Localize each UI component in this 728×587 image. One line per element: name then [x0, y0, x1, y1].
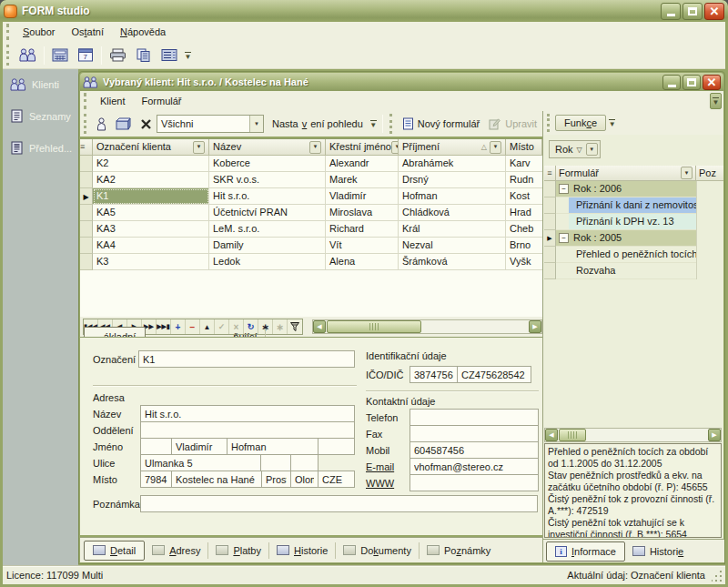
titul-pred-field[interactable]	[140, 438, 172, 455]
tab-adresy[interactable]: Adresy	[145, 542, 208, 559]
column-header-prijmeni[interactable]: Příjmení △ ▼	[399, 139, 506, 156]
tree-group-row[interactable]: ▶ − Rok : 2005	[544, 230, 723, 247]
cell[interactable]: K2	[93, 156, 209, 172]
menubar-overflow-button[interactable]: ▼	[710, 93, 722, 109]
column-filter-button[interactable]: ▼	[309, 141, 321, 154]
cell[interactable]: LeM. s.r.o.	[209, 221, 326, 238]
cell[interactable]: Brno	[506, 238, 542, 254]
cell[interactable]: Hrad	[506, 205, 542, 221]
clients-toolbar-button[interactable]	[15, 46, 41, 64]
scroll-thumb[interactable]	[327, 320, 421, 333]
oznaceni-field[interactable]	[138, 350, 355, 368]
grid-corner-icon[interactable]: ≡	[80, 139, 93, 156]
psc-field[interactable]	[140, 471, 172, 488]
okres-field[interactable]	[261, 471, 291, 488]
grid-horizontal-scrollbar[interactable]: ◀ ▶	[312, 319, 542, 334]
filter-combobox[interactable]: Všichni ▼	[157, 115, 264, 133]
archive-button[interactable]	[111, 116, 136, 132]
client-maximize-button[interactable]	[682, 75, 701, 90]
tab-informace[interactable]: i Informace	[546, 541, 625, 562]
cell[interactable]: Hit s.r.o.	[209, 188, 326, 205]
cell[interactable]: Chládková	[399, 205, 506, 221]
prijmeni-field[interactable]	[227, 438, 318, 455]
tab-poznamky[interactable]: Poznámky	[420, 542, 498, 559]
tree-item-row-selected[interactable]: Přiznání k dani z nemovitostí vz	[544, 197, 723, 214]
cell[interactable]: Alexandr	[326, 156, 399, 172]
menu-klient[interactable]: Klient	[92, 93, 134, 109]
tab-historie[interactable]: Historie	[269, 542, 336, 559]
dic-field[interactable]	[457, 366, 531, 383]
sidebar-item-seznamy[interactable]: Seznamy	[3, 100, 78, 132]
cell[interactable]: Vyšk	[506, 254, 542, 270]
cell[interactable]: Abrahámek	[399, 156, 506, 172]
poznamka-field[interactable]	[140, 495, 538, 512]
forms-horizontal-scrollbar[interactable]: ◀ ▶	[544, 428, 722, 442]
sidebar-item-klienti[interactable]: Klienti	[3, 69, 78, 100]
funkce-button[interactable]: Funkce	[555, 115, 606, 131]
maximize-button[interactable]	[682, 3, 703, 20]
cell[interactable]: Vít	[326, 238, 399, 254]
ulice2-field[interactable]	[260, 454, 291, 471]
grid-row[interactable]: KA2 SKR v.o.s. Marek Drsný Rudn	[80, 172, 542, 188]
cell[interactable]: KA4	[93, 238, 209, 254]
kraj-field[interactable]	[290, 471, 318, 488]
grid-corner-icon[interactable]: ≡	[544, 166, 556, 181]
www-link-label[interactable]: WWW	[366, 478, 394, 489]
titul-za-field[interactable]	[318, 438, 355, 455]
cell[interactable]: Účetnictví PRAN	[209, 205, 326, 221]
column-filter-button[interactable]: ▼	[490, 141, 501, 154]
cell-selected[interactable]: K1	[93, 188, 209, 205]
cell[interactable]: KA3	[93, 221, 209, 238]
tree-item-row[interactable]: Rozvaha	[544, 263, 723, 279]
ico-field[interactable]	[410, 366, 458, 383]
menu-soubor[interactable]: Soubor	[15, 24, 63, 40]
email-field[interactable]	[410, 458, 539, 475]
column-filter-button[interactable]: ▼	[681, 167, 693, 179]
sort-group-box[interactable]: Rok ▽ ▼	[549, 140, 601, 158]
client-minimize-button[interactable]	[662, 75, 681, 90]
column-header-nazev[interactable]: Název ▼	[209, 139, 326, 156]
print-toolbar-button[interactable]	[105, 46, 131, 64]
fax-field[interactable]	[410, 425, 539, 442]
grid-row[interactable]: KA4 Damily Vít Nezval Brno	[80, 238, 542, 254]
sidebar-item-prehled[interactable]: Přehled...	[3, 132, 78, 164]
tab-platby[interactable]: Platby	[208, 542, 269, 559]
menubar-grip[interactable]	[84, 93, 88, 109]
cell[interactable]: Král	[399, 221, 506, 238]
cell[interactable]: Vladimír	[326, 188, 399, 205]
tree-item-row[interactable]: Přiznání k DPH vz. 13	[544, 214, 723, 230]
person-filter-button[interactable]	[92, 116, 111, 133]
cell[interactable]: Karv	[506, 156, 542, 172]
tree-group-row[interactable]: − Rok : 2006	[544, 181, 723, 197]
jmeno-field[interactable]	[171, 438, 228, 455]
cell[interactable]: KA2	[93, 172, 209, 188]
ulice-field[interactable]	[140, 454, 261, 471]
toolbar-overflow-button[interactable]: ▼	[606, 115, 618, 131]
nazev-field[interactable]	[140, 405, 355, 422]
cell[interactable]: Miroslava	[326, 205, 399, 221]
column-filter-button[interactable]: ▼	[193, 141, 205, 154]
telefon-field[interactable]	[410, 409, 539, 426]
resize-grip[interactable]	[712, 570, 723, 582]
new-form-button[interactable]: Nový formulář	[398, 116, 484, 132]
column-header-oznaceni[interactable]: Označení klienta ▼	[93, 139, 209, 156]
mobil-field[interactable]	[410, 441, 539, 459]
stat-field[interactable]	[318, 471, 355, 488]
grid-row[interactable]: K2 Koberce Alexandr Abrahámek Karv	[80, 156, 542, 172]
scroll-left-arrow[interactable]: ◀	[313, 320, 326, 333]
cell[interactable]: KA5	[93, 205, 209, 221]
form-item-label[interactable]: Rozvaha	[569, 263, 696, 278]
scroll-left-arrow[interactable]: ◀	[545, 429, 558, 441]
tab-detail[interactable]: Detail	[84, 541, 145, 561]
cell[interactable]: SKR v.o.s.	[209, 172, 326, 188]
scroll-thumb[interactable]	[559, 429, 586, 441]
collapse-icon[interactable]: −	[559, 233, 569, 243]
toolbar-overflow-button[interactable]: ▼	[368, 116, 379, 132]
toolbar-grip[interactable]	[389, 114, 394, 134]
column-filter-button[interactable]: ▼	[391, 141, 399, 154]
nav-filter-button[interactable]	[288, 319, 302, 334]
form-item-label[interactable]: Přehled o peněžních tocích	[569, 247, 696, 262]
ulice3-field[interactable]	[290, 454, 318, 471]
cell[interactable]: Alena	[326, 254, 399, 270]
cell[interactable]: Šrámková	[399, 254, 506, 270]
